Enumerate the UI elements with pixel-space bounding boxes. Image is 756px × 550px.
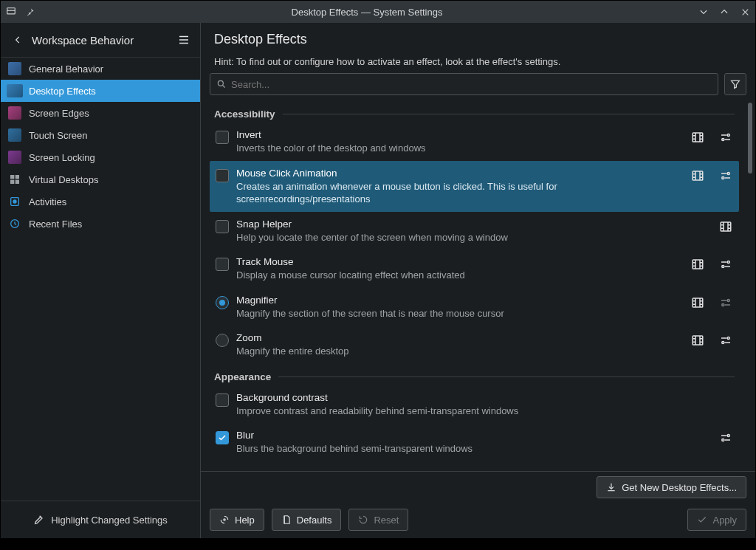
highlight-changed-button[interactable]: Highlight Changed Settings bbox=[1, 501, 200, 538]
search-input[interactable] bbox=[231, 79, 712, 90]
svg-point-17 bbox=[727, 261, 729, 264]
svg-rect-0 bbox=[7, 8, 16, 14]
effects-scroll-area[interactable]: AccessibilityInvertInverts the color of … bbox=[201, 101, 755, 471]
svg-point-14 bbox=[722, 176, 724, 179]
sidebar: Workspace Behavior General Behavior Desk… bbox=[1, 23, 201, 538]
sidebar-item-virtual-desktops[interactable]: Virtual Desktops bbox=[1, 168, 200, 190]
apply-button[interactable]: Apply bbox=[687, 509, 746, 531]
activities-icon bbox=[8, 195, 21, 208]
filter-button[interactable] bbox=[724, 73, 746, 95]
scrollbar-thumb[interactable] bbox=[748, 103, 752, 173]
svg-rect-16 bbox=[693, 260, 703, 269]
sidebar-item-label: Activities bbox=[29, 196, 66, 207]
effect-row[interactable]: Background contrastImprove contrast and … bbox=[210, 385, 739, 424]
effect-row[interactable]: Track MouseDisplay a mouse cursor locati… bbox=[210, 250, 739, 288]
pin-icon[interactable] bbox=[24, 6, 36, 18]
hamburger-menu-button[interactable] bbox=[175, 33, 193, 47]
configure-button[interactable] bbox=[718, 333, 733, 348]
effect-row[interactable]: Mouse Click AnimationCreates an animatio… bbox=[210, 161, 739, 212]
effect-row[interactable]: InvertInverts the color of the desktop a… bbox=[210, 123, 739, 161]
reset-button[interactable]: Reset bbox=[348, 509, 408, 531]
app-icon bbox=[5, 6, 17, 18]
svg-point-25 bbox=[727, 435, 729, 437]
svg-point-23 bbox=[727, 337, 729, 340]
effect-row[interactable]: BlurBlurs the background behind semi-tra… bbox=[210, 423, 739, 461]
category-header: Accessibility bbox=[214, 109, 735, 120]
content: Desktop Effects Hint: To find out or con… bbox=[201, 23, 755, 538]
video-preview-button[interactable] bbox=[690, 333, 705, 348]
svg-point-18 bbox=[722, 266, 724, 268]
video-preview-button[interactable] bbox=[690, 130, 705, 145]
apply-icon bbox=[697, 515, 707, 525]
effect-description: Blurs the background behind semi-transpa… bbox=[236, 442, 712, 456]
effect-checkbox[interactable] bbox=[216, 169, 229, 182]
sidebar-item-recent-files[interactable]: Recent Files bbox=[1, 213, 200, 235]
sidebar-item-label: Touch Screen bbox=[29, 130, 88, 141]
effect-checkbox[interactable] bbox=[216, 258, 229, 271]
defaults-button[interactable]: Defaults bbox=[272, 509, 342, 531]
svg-rect-22 bbox=[693, 336, 703, 345]
hint-text: Hint: To find out or configure how to ac… bbox=[201, 53, 755, 73]
search-box[interactable] bbox=[210, 73, 718, 95]
configure-button[interactable] bbox=[718, 130, 733, 145]
effect-checkbox[interactable] bbox=[216, 131, 229, 144]
effect-name: Snap Helper bbox=[236, 219, 712, 230]
svg-point-10 bbox=[727, 134, 729, 137]
sidebar-item-general-behavior[interactable]: General Behavior bbox=[1, 58, 200, 80]
effect-checkbox[interactable] bbox=[216, 220, 229, 233]
sidebar-item-label: General Behavior bbox=[29, 63, 103, 75]
sidebar-item-touch-screen[interactable]: Touch Screen bbox=[1, 124, 200, 146]
get-new-effects-button[interactable]: Get New Desktop Effects... bbox=[597, 476, 746, 498]
svg-point-6 bbox=[13, 200, 16, 203]
sidebar-item-desktop-effects[interactable]: Desktop Effects bbox=[1, 80, 200, 102]
touch-screen-icon bbox=[8, 128, 21, 142]
help-button[interactable]: Help bbox=[210, 509, 264, 531]
configure-button[interactable] bbox=[718, 257, 733, 272]
sidebar-item-activities[interactable]: Activities bbox=[1, 190, 200, 213]
effect-description: Inverts the color of the desktop and win… bbox=[236, 142, 684, 155]
maximize-button[interactable] bbox=[718, 6, 730, 18]
sidebar-item-screen-edges[interactable]: Screen Edges bbox=[1, 102, 200, 124]
general-behavior-icon bbox=[8, 62, 21, 75]
bottom-button-bar: Help Defaults Reset Apply bbox=[201, 503, 755, 538]
close-button[interactable] bbox=[739, 6, 751, 18]
effect-checkbox[interactable] bbox=[216, 431, 229, 444]
reset-icon bbox=[358, 515, 368, 525]
video-preview-button[interactable] bbox=[690, 168, 705, 183]
svg-rect-3 bbox=[10, 180, 14, 184]
window: Desktop Effects — System Settings Worksp… bbox=[0, 0, 756, 539]
svg-rect-15 bbox=[721, 222, 731, 231]
minimize-button[interactable] bbox=[698, 6, 709, 18]
svg-point-27 bbox=[224, 519, 225, 520]
sidebar-item-label: Virtual Desktops bbox=[29, 174, 98, 185]
effect-row[interactable]: ZoomMagnify the entire desktop bbox=[210, 326, 739, 364]
svg-rect-1 bbox=[10, 175, 14, 179]
video-preview-button[interactable] bbox=[718, 219, 733, 234]
page-title: Desktop Effects bbox=[201, 23, 755, 53]
effect-radio[interactable] bbox=[216, 296, 229, 309]
effect-checkbox[interactable] bbox=[216, 393, 229, 407]
effect-row[interactable]: MagnifierMagnify the section of the scre… bbox=[210, 288, 739, 326]
sidebar-item-label: Screen Edges bbox=[29, 108, 89, 119]
effect-name: Invert bbox=[236, 129, 684, 140]
get-new-effects-label: Get New Desktop Effects... bbox=[622, 482, 737, 493]
effect-row[interactable]: Snap HelperHelp you locate the center of… bbox=[210, 212, 739, 250]
back-button[interactable] bbox=[11, 35, 24, 45]
video-preview-button[interactable] bbox=[690, 295, 705, 310]
effect-radio[interactable] bbox=[216, 334, 229, 347]
recent-files-icon bbox=[8, 217, 21, 230]
svg-rect-4 bbox=[16, 180, 19, 184]
defaults-label: Defaults bbox=[297, 515, 332, 526]
effect-description: Help you locate the center of the screen… bbox=[236, 231, 712, 244]
svg-point-26 bbox=[722, 439, 724, 441]
sidebar-nav: General Behavior Desktop Effects Screen … bbox=[1, 57, 200, 501]
configure-button[interactable] bbox=[718, 168, 733, 183]
desktop-effects-icon bbox=[8, 84, 21, 97]
screen-locking-icon bbox=[8, 151, 21, 164]
category-header: Appearance bbox=[214, 371, 735, 382]
configure-button[interactable] bbox=[718, 295, 733, 310]
configure-button[interactable] bbox=[718, 430, 733, 445]
sidebar-item-screen-locking[interactable]: Screen Locking bbox=[1, 146, 200, 168]
video-preview-button[interactable] bbox=[690, 257, 705, 272]
sidebar-header: Workspace Behavior bbox=[1, 23, 200, 57]
